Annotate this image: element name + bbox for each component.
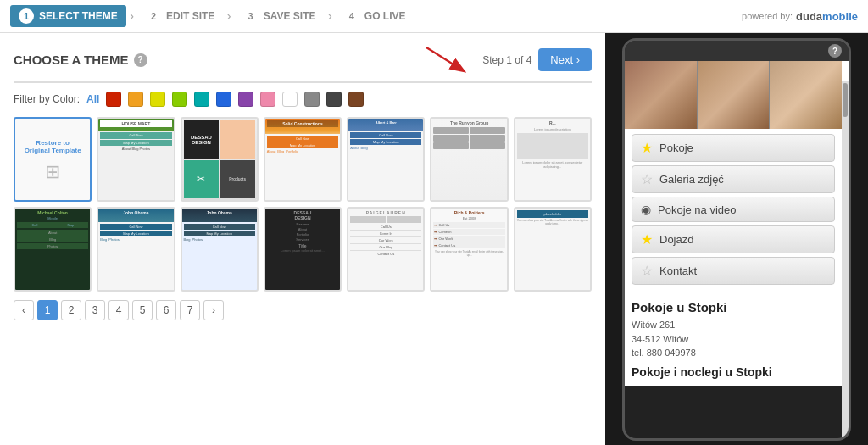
theme-card-11[interactable]: PAIGELAURENCall UsCome InOur WorkOur Blo… xyxy=(347,207,425,292)
menu-item-4[interactable]: ★ Dojazd xyxy=(632,225,835,253)
step-1[interactable]: 1 SELECT THEME xyxy=(10,5,126,27)
color-red[interactable] xyxy=(106,92,121,107)
restore-icon: ⊞ xyxy=(45,161,60,183)
color-brown[interactable] xyxy=(348,92,364,107)
color-white[interactable] xyxy=(282,92,298,107)
arrow-1: › xyxy=(130,8,134,24)
phone-frame: ? ★ xyxy=(622,38,851,441)
phone-top-bar: ? xyxy=(625,41,849,61)
color-teal[interactable] xyxy=(194,92,209,107)
top-bar: 1 SELECT THEME › 2 EDIT SITE › 3 SAVE SI… xyxy=(0,0,868,33)
color-blue[interactable] xyxy=(216,92,231,107)
step-2[interactable]: 2 EDIT SITE xyxy=(137,5,223,27)
restore-text: Restore to Original Template xyxy=(20,136,85,158)
theme-card-4[interactable]: Albert & BarrCall NowMap My LocationAbou… xyxy=(347,117,425,202)
pagination: ‹ 1 2 3 4 5 6 7 › xyxy=(14,300,592,320)
phone-help-button[interactable]: ? xyxy=(828,44,842,58)
address-line-1: Witów 261 xyxy=(632,318,835,332)
next-page-button[interactable]: › xyxy=(203,300,224,320)
phone-content: ★ Pokoje ☆ Galeria zdjęć ◉ Pokoje na vid… xyxy=(625,61,849,386)
menu-star-5: ☆ xyxy=(641,263,653,279)
phone-scroll-thumb xyxy=(843,83,848,117)
color-darkgray[interactable] xyxy=(326,92,342,107)
main-layout: CHOOSE A THEME ? Step 1 of 4 xyxy=(0,33,868,445)
menu-label-3: Pokoje na video xyxy=(658,203,737,216)
phone-image-1 xyxy=(625,61,697,129)
menu-item-1[interactable]: ★ Pokoje xyxy=(632,134,835,162)
phone-text-section: Pokoje u Stopki Witów 261 34-512 Witów t… xyxy=(625,293,842,386)
prev-page-button[interactable]: ‹ xyxy=(14,300,34,320)
menu-label-5: Kontakt xyxy=(659,264,697,277)
menu-item-3[interactable]: ◉ Pokoje na video xyxy=(632,197,835,222)
tagline: Pokoje i noclegi u Stopki xyxy=(632,365,835,379)
page-6-button[interactable]: 6 xyxy=(156,300,176,320)
theme-card-13[interactable]: placeholderYour can show your site Trust… xyxy=(514,207,592,292)
theme-card-10[interactable]: DESSAUDESIGNResumeAboutPortfolioServices… xyxy=(264,207,342,292)
theme-card-3[interactable]: Solid ConstructionsCall NowMap My Locati… xyxy=(264,117,342,202)
color-pink[interactable] xyxy=(260,92,275,107)
choose-title-text: CHOOSE A THEME xyxy=(14,53,129,67)
theme-card-7[interactable]: Michael ColtonMobileCallMapAboutBlogPhot… xyxy=(14,207,92,292)
menu-star-1: ★ xyxy=(641,140,653,156)
page-3-button[interactable]: 3 xyxy=(85,300,105,320)
menu-item-2[interactable]: ☆ Galeria zdjęć xyxy=(632,165,835,193)
step-4-num: 4 xyxy=(344,8,359,24)
powered-by: powered by: dudamobile xyxy=(742,10,858,23)
page-1-button[interactable]: 1 xyxy=(37,300,58,320)
address-line-3: tel. 880 049978 xyxy=(632,346,835,360)
phone-image-3 xyxy=(770,61,842,129)
color-orange[interactable] xyxy=(128,92,143,107)
phone-images xyxy=(625,61,842,129)
step-1-num: 1 xyxy=(19,8,34,24)
color-midgray[interactable] xyxy=(304,92,320,107)
next-button[interactable]: Next › xyxy=(538,48,592,71)
step-2-label: EDIT SITE xyxy=(166,10,214,22)
page-7-button[interactable]: 7 xyxy=(180,300,200,320)
left-panel: CHOOSE A THEME ? Step 1 of 4 xyxy=(0,33,605,445)
theme-card-2[interactable]: DESSAUDESIGN✂Products xyxy=(181,117,259,202)
right-panel: ? ★ xyxy=(605,33,868,445)
step-4-label: GO LIVE xyxy=(364,10,406,22)
color-yellow[interactable] xyxy=(150,92,165,107)
steps-bar: 1 SELECT THEME › 2 EDIT SITE › 3 SAVE SI… xyxy=(10,5,414,27)
business-name: Pokoje u Stopki xyxy=(632,300,835,314)
color-purple[interactable] xyxy=(238,92,253,107)
theme-card-1[interactable]: HOUSE MARTCall NowMap My LocationAbout B… xyxy=(97,117,175,202)
powered-by-text: powered by: xyxy=(742,11,793,21)
camera-icon: ◉ xyxy=(641,203,651,216)
step-1-label: SELECT THEME xyxy=(39,10,118,22)
theme-restore[interactable]: Restore to Original Template ⊞ xyxy=(14,117,92,202)
step-info: Step 1 of 4 Next › xyxy=(422,43,592,76)
step-4[interactable]: 4 GO LIVE xyxy=(336,5,415,27)
step-3-num: 3 xyxy=(243,8,259,24)
menu-star-2: ☆ xyxy=(641,171,653,187)
page-4-button[interactable]: 4 xyxy=(108,300,129,320)
phone-scrollbar[interactable] xyxy=(842,81,849,438)
color-green[interactable] xyxy=(172,92,187,107)
help-badge[interactable]: ? xyxy=(134,53,147,67)
theme-card-9[interactable]: John ObamaCall NowMap My LocationBlogPho… xyxy=(181,207,259,292)
step-3-label: SAVE SITE xyxy=(264,10,316,22)
menu-item-5[interactable]: ☆ Kontakt xyxy=(632,257,835,285)
themes-grid: Restore to Original Template ⊞ HOUSE MAR… xyxy=(14,117,592,292)
theme-card-8[interactable]: John ObamaCall NowMap My LocationBlogPho… xyxy=(97,207,175,292)
step-3[interactable]: 3 SAVE SITE xyxy=(235,5,325,27)
arrow-2: › xyxy=(226,8,231,24)
theme-card-12[interactable]: Rich & PoiriersEst 2008➡Call Us➡Come In➡… xyxy=(430,207,508,292)
arrow-3: › xyxy=(327,8,331,24)
page-2-button[interactable]: 2 xyxy=(61,300,81,320)
phone-image-2 xyxy=(698,61,770,129)
phone-menu: ★ Pokoje ☆ Galeria zdjęć ◉ Pokoje na vid… xyxy=(625,129,842,293)
theme-card-5[interactable]: The Runyon Group xyxy=(430,117,508,202)
duda-logo: dudamobile xyxy=(796,10,858,23)
step-text: Step 1 of 4 xyxy=(482,54,531,66)
filter-all[interactable]: All xyxy=(86,93,99,105)
page-5-button[interactable]: 5 xyxy=(132,300,153,320)
theme-card-6[interactable]: R...Lorem ipsum descriptionLorem ipsum d… xyxy=(514,117,592,202)
menu-label-1: Pokoje xyxy=(659,142,693,154)
filter-row: Filter by Color: All xyxy=(14,92,592,107)
menu-star-4: ★ xyxy=(641,231,653,248)
menu-label-4: Dojazd xyxy=(659,233,693,246)
choose-header: CHOOSE A THEME ? Step 1 of 4 xyxy=(14,43,592,83)
arrow-indicator xyxy=(422,43,469,76)
